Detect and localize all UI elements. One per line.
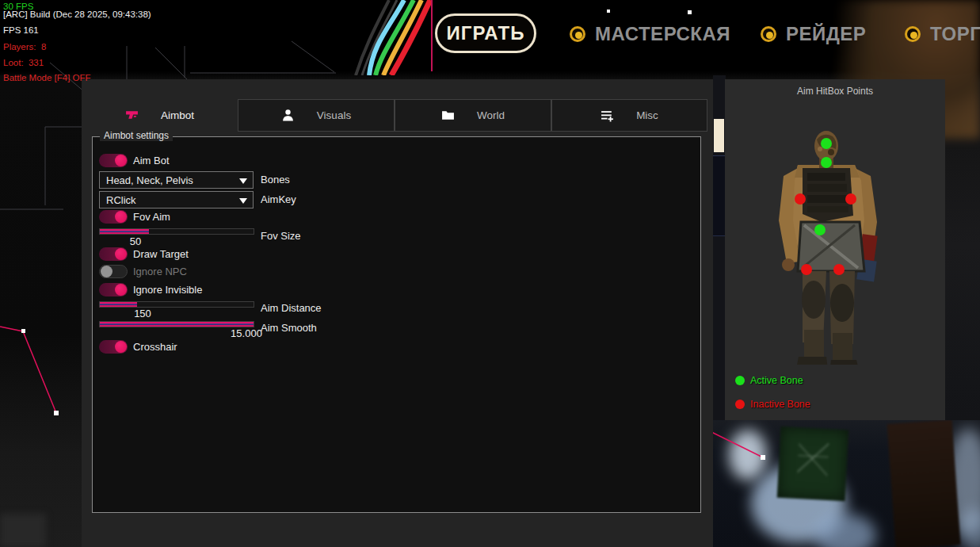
cheat-menu-panel: Aimbot Visuals World Misc [82, 79, 713, 547]
crosshair-label: Crosshair [133, 341, 177, 353]
chevron-down-icon [239, 178, 247, 184]
fov-aim-label: Fov Aim [133, 211, 170, 223]
aim-distance-slider[interactable] [99, 301, 254, 308]
inactive-bone-dot [735, 400, 745, 409]
game-background-highlight [0, 514, 46, 547]
play-button[interactable]: ИГРАТЬ [435, 13, 536, 53]
draw-target-label: Draw Target [133, 248, 189, 260]
chevron-down-icon [239, 198, 247, 204]
tab-aimbot[interactable]: Aimbot [82, 99, 238, 132]
playlist-add-icon [601, 109, 614, 122]
aim-bot-toggle[interactable] [99, 154, 128, 167]
lamp-post-shadow [713, 155, 725, 236]
legend-label: Active Bone [750, 375, 803, 386]
aim-distance-label: Aim Distance [261, 302, 322, 314]
aim-smooth-label: Aim Smooth [261, 322, 317, 334]
toggle-knob [115, 284, 127, 296]
bone-dot-left-leg [801, 264, 812, 275]
tab-misc[interactable]: Misc [551, 99, 707, 132]
tab-visuals[interactable]: Visuals [238, 99, 395, 132]
slider-fill [100, 229, 149, 234]
bones-selected-value: Head, Neck, Pelvis [106, 174, 193, 186]
aimkey-dropdown[interactable]: RClick [99, 191, 254, 208]
game-background-bottom-right [713, 420, 980, 547]
game-background-left [0, 75, 82, 547]
aim-distance-value: 150 [119, 308, 166, 319]
blur-blob [729, 430, 767, 480]
draw-target-toggle[interactable] [99, 247, 128, 261]
green-sign [777, 427, 849, 501]
menu-item-raider[interactable]: РЕЙДЕР [761, 21, 866, 47]
ignore-npc-toggle[interactable] [99, 265, 128, 278]
blur-blob [814, 514, 876, 547]
bones-dropdown[interactable]: Head, Neck, Pelvis [99, 171, 254, 189]
menu-item-label: МАСТЕРСКАЯ [595, 23, 730, 45]
tab-label: Visuals [317, 109, 351, 121]
tab-label: Misc [636, 109, 658, 121]
toggle-knob [115, 341, 127, 353]
coin-icon [905, 26, 921, 42]
pistol-icon [125, 109, 139, 122]
menu-item-label: ТОРГОВЦЫ [930, 23, 980, 45]
bone-dot-right-leg [833, 264, 845, 275]
ignore-invisible-label: Ignore Invisible [133, 284, 202, 296]
slider-fill [100, 322, 254, 327]
bone-dot-head [821, 138, 832, 149]
bone-dot-neck [821, 157, 832, 168]
game-screen: 30 FPS [ARC] Build (Dec 28 2025, 09:43:3… [0, 0, 980, 547]
toggle-knob [115, 155, 127, 166]
bone-dot-right-arm [845, 193, 856, 205]
lamp-post [714, 119, 724, 152]
wood-column [887, 420, 961, 547]
tab-label: World [477, 109, 505, 121]
sign-characters [797, 442, 829, 484]
ignore-invisible-toggle[interactable] [99, 283, 128, 296]
fov-aim-toggle[interactable] [99, 210, 128, 224]
aimkey-label: AimKey [261, 193, 296, 205]
bones-label: Bones [261, 174, 290, 186]
ignore-npc-label: Ignore NPC [133, 266, 187, 277]
menu-item-label: РЕЙДЕР [786, 23, 866, 45]
toggle-knob [101, 266, 112, 277]
aim-bot-label: Aim Bot [133, 155, 170, 166]
menu-item-traders[interactable]: ТОРГОВЦЫ [905, 21, 980, 47]
coin-icon [570, 26, 585, 42]
toggle-knob [115, 211, 127, 223]
crosshair-toggle[interactable] [99, 340, 128, 354]
group-title: Aimbot settings [100, 130, 173, 141]
bone-dot-left-arm [795, 193, 806, 205]
aimkey-selected-value: RClick [106, 194, 136, 206]
game-main-menu: ИГРАТЬ МАСТЕРСКАЯ РЕЙДЕР ТОРГОВЦЫ [0, 0, 980, 73]
active-bone-dot [735, 376, 745, 385]
fov-size-value: 50 [112, 235, 159, 247]
legend-inactive-bone: Inactive Bone [735, 399, 810, 410]
slider-fill [100, 302, 137, 307]
aim-smooth-slider[interactable] [99, 321, 254, 327]
hitbox-panel: Aim HitBox Points [725, 79, 945, 420]
character-model [725, 79, 945, 365]
person-icon [281, 109, 295, 122]
aimbot-settings-group: Aimbot settings Aim Bot Head, Neck, Pelv… [92, 136, 701, 513]
legend-active-bone: Active Bone [735, 375, 803, 386]
folder-icon [441, 109, 455, 122]
tab-label: Aimbot [161, 109, 194, 121]
fov-size-slider[interactable] [99, 228, 254, 235]
bone-dot-pelvis [814, 224, 826, 235]
tab-world[interactable]: World [395, 99, 551, 132]
coin-icon [761, 26, 776, 42]
toggle-knob [115, 248, 127, 260]
menu-item-workshop[interactable]: МАСТЕРСКАЯ [570, 21, 730, 47]
legend-label: Inactive Bone [750, 399, 810, 410]
fov-size-label: Fov Size [261, 230, 301, 242]
